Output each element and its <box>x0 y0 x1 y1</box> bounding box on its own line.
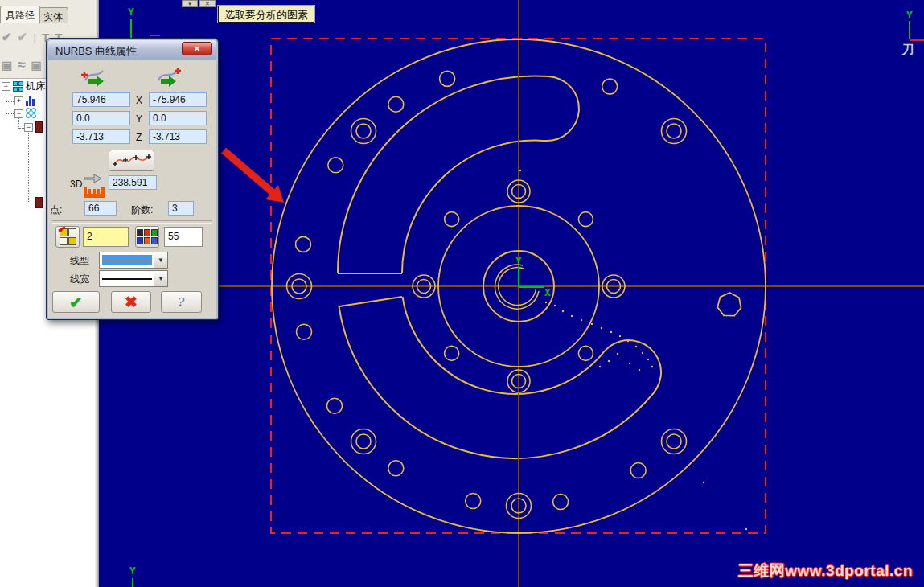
lock2-icon[interactable]: ▣ <box>31 59 42 72</box>
y-axis-label: Y <box>136 113 142 125</box>
svg-text:刀: 刀 <box>901 42 914 56</box>
tree-connector <box>29 203 35 203</box>
tab-solids[interactable]: 实体 <box>38 7 68 23</box>
toolbar-close-button[interactable]: ✕ <box>199 0 216 7</box>
level-picker-button[interactable] <box>135 226 159 248</box>
properties-icon <box>26 96 35 106</box>
points-count-field[interactable]: 66 <box>84 201 117 216</box>
separator <box>52 220 212 224</box>
z-axis-label: Z <box>136 132 142 143</box>
tree-node-operation-2[interactable] <box>35 197 43 208</box>
curve-length-field[interactable]: 238.591 <box>109 175 157 190</box>
deselect-icon[interactable]: ✔ <box>18 30 28 44</box>
collapse-icon[interactable]: − <box>14 109 23 118</box>
tab-solids-label: 实体 <box>43 11 63 23</box>
color-swatch-icon: ✔ <box>60 228 76 245</box>
end-z-field[interactable]: -3.713 <box>149 129 207 144</box>
curve-end-point-icon <box>154 66 183 88</box>
linewidth-dropdown[interactable]: ▼ <box>99 270 168 287</box>
toolbar-separator: | <box>33 31 36 44</box>
expand-icon[interactable]: + <box>14 96 23 105</box>
tab-toolpaths-label: 具路径 <box>6 10 35 21</box>
check-icon: ✔ <box>69 293 83 312</box>
operation-icon <box>35 197 43 208</box>
svg-text:Y: Y <box>128 6 134 18</box>
end-y-field[interactable]: 0.0 <box>149 111 207 125</box>
spline-icon <box>112 152 152 169</box>
x-axis-label: X <box>136 95 142 106</box>
question-mark-icon: ? <box>178 294 185 310</box>
svg-text:Y: Y <box>515 254 522 266</box>
tree-node-operation[interactable]: − <box>24 121 43 133</box>
collapse-icon[interactable]: − <box>24 123 33 132</box>
color-number-field[interactable]: 2 <box>83 227 129 247</box>
waves-icon[interactable]: ≈ <box>18 57 25 73</box>
chevron-down-icon[interactable]: ▼ <box>154 271 167 286</box>
toolpath-group-icon <box>26 108 37 119</box>
tree-connector <box>6 113 14 114</box>
cancel-x-icon: ✖ <box>125 293 138 311</box>
svg-text:Y: Y <box>906 9 913 21</box>
prompt-message: 选取要分析的图素 <box>218 6 314 23</box>
curve-length-icon <box>84 172 106 198</box>
svg-text:X: X <box>544 286 551 298</box>
tree-connector <box>28 133 29 203</box>
cancel-button[interactable]: ✖ <box>111 291 151 313</box>
application-window: YXYYY刀 具路径 实体 ✔ ✔ | T T ▣ ≈ ▣ <box>0 0 924 587</box>
collapse-icon[interactable]: − <box>2 82 10 91</box>
dialog-close-button[interactable]: ✕ <box>182 42 212 55</box>
level-number-field[interactable]: 55 <box>164 227 203 247</box>
linewidth-label: 线宽 <box>70 273 89 286</box>
machine-group-icon <box>13 81 23 92</box>
tree-connector <box>6 101 14 102</box>
toolbar-dropdown-button[interactable]: ▾ <box>182 0 198 7</box>
level-swatch-icon <box>137 229 158 244</box>
select-all-icon[interactable]: ✔ <box>2 30 12 44</box>
start-y-field[interactable]: 0.0 <box>72 111 130 125</box>
length-3d-label: 3D <box>70 179 82 190</box>
end-x-field[interactable]: -75.946 <box>149 92 207 107</box>
color-picker-button[interactable]: ✔ <box>55 226 80 248</box>
watermark: 三维网www.3dportal.cn <box>736 560 913 581</box>
help-button[interactable]: ? <box>161 291 202 313</box>
operation-icon <box>35 121 43 133</box>
start-x-field[interactable]: 75.946 <box>72 92 130 107</box>
spline-edit-button[interactable] <box>109 150 154 171</box>
tree-node-properties[interactable]: + <box>14 96 35 106</box>
points-label: 点: <box>50 203 62 217</box>
order-field[interactable]: 3 <box>168 201 194 216</box>
linetype-dropdown[interactable]: ▼ <box>99 252 168 269</box>
lock-icon[interactable]: ▣ <box>2 59 12 72</box>
nurbs-curve-properties-dialog: NURBS 曲线属性 ✕ 75.946 -75.946 X 0.0 0.0 Y … <box>46 38 219 320</box>
chevron-down-icon[interactable]: ▼ <box>154 252 167 268</box>
linetype-label: 线型 <box>70 254 89 268</box>
linetype-sample <box>102 255 152 265</box>
ok-button[interactable]: ✔ <box>52 291 100 313</box>
tab-toolpaths[interactable]: 具路径 <box>0 6 40 23</box>
order-label: 阶数: <box>131 203 153 217</box>
curve-start-point-icon <box>79 66 108 88</box>
linewidth-sample <box>102 273 152 284</box>
svg-text:Y: Y <box>129 564 136 577</box>
tree-node-toolpath-group[interactable]: − <box>14 108 37 119</box>
start-z-field[interactable]: -3.713 <box>72 129 130 144</box>
